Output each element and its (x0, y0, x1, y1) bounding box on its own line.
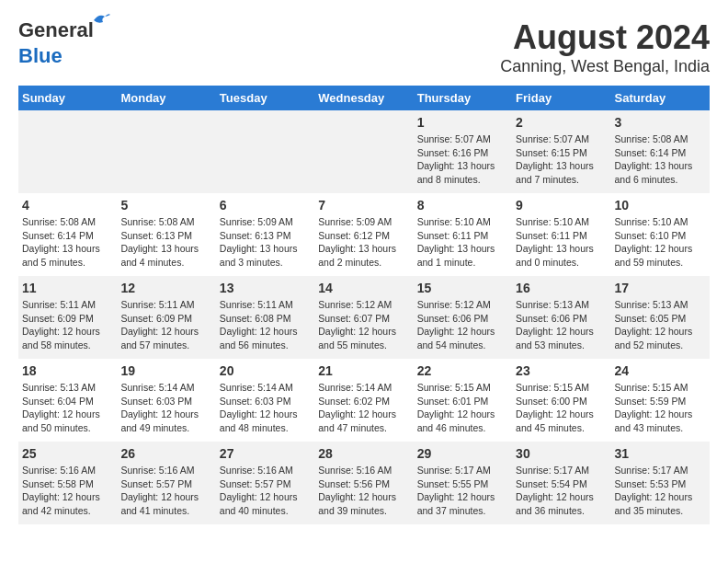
calendar-week-1: 1Sunrise: 5:07 AMSunset: 6:16 PMDaylight… (18, 110, 710, 193)
day-info: Sunrise: 5:09 AMSunset: 6:12 PMDaylight:… (318, 215, 409, 270)
day-info: Sunrise: 5:16 AMSunset: 5:56 PMDaylight:… (318, 464, 409, 518)
day-number: 1 (417, 115, 508, 130)
day-info: Sunrise: 5:10 AMSunset: 6:11 PMDaylight:… (417, 215, 508, 270)
logo: General Blue (18, 18, 94, 68)
day-info: Sunrise: 5:17 AMSunset: 5:55 PMDaylight:… (417, 464, 508, 518)
calendar-week-4: 18Sunrise: 5:13 AMSunset: 6:04 PMDayligh… (18, 359, 710, 442)
calendar-cell (216, 110, 314, 193)
day-info: Sunrise: 5:10 AMSunset: 6:10 PMDaylight:… (615, 215, 706, 270)
day-info: Sunrise: 5:17 AMSunset: 5:54 PMDaylight:… (516, 464, 607, 518)
day-info: Sunrise: 5:15 AMSunset: 6:01 PMDaylight:… (417, 381, 508, 435)
day-info: Sunrise: 5:08 AMSunset: 6:13 PMDaylight:… (120, 215, 211, 270)
calendar-week-2: 4Sunrise: 5:08 AMSunset: 6:14 PMDaylight… (18, 193, 710, 276)
calendar-cell: 30Sunrise: 5:17 AMSunset: 5:54 PMDayligh… (512, 442, 610, 524)
day-info: Sunrise: 5:16 AMSunset: 5:58 PMDaylight:… (22, 464, 113, 518)
calendar-cell: 12Sunrise: 5:11 AMSunset: 6:09 PMDayligh… (117, 276, 215, 359)
calendar-cell: 17Sunrise: 5:13 AMSunset: 6:05 PMDayligh… (611, 276, 710, 359)
day-number: 10 (615, 198, 706, 213)
day-info: Sunrise: 5:13 AMSunset: 6:04 PMDaylight:… (22, 381, 113, 435)
day-info: Sunrise: 5:12 AMSunset: 6:06 PMDaylight:… (417, 298, 508, 352)
calendar-cell: 18Sunrise: 5:13 AMSunset: 6:04 PMDayligh… (18, 359, 117, 442)
calendar-cell: 8Sunrise: 5:10 AMSunset: 6:11 PMDaylight… (414, 193, 512, 276)
day-info: Sunrise: 5:08 AMSunset: 6:14 PMDaylight:… (22, 215, 113, 270)
day-info: Sunrise: 5:13 AMSunset: 6:05 PMDaylight:… (615, 298, 706, 352)
day-number: 5 (120, 198, 211, 213)
day-number: 29 (417, 446, 508, 461)
weekday-header-thursday: Thursday (414, 86, 512, 110)
calendar-cell: 1Sunrise: 5:07 AMSunset: 6:16 PMDaylight… (414, 110, 512, 193)
day-number: 21 (318, 363, 409, 378)
calendar-cell: 28Sunrise: 5:16 AMSunset: 5:56 PMDayligh… (314, 442, 413, 524)
calendar-cell: 16Sunrise: 5:13 AMSunset: 6:06 PMDayligh… (512, 276, 610, 359)
calendar-cell: 25Sunrise: 5:16 AMSunset: 5:58 PMDayligh… (18, 442, 117, 524)
calendar-cell: 27Sunrise: 5:16 AMSunset: 5:57 PMDayligh… (216, 442, 314, 524)
day-number: 25 (22, 446, 113, 461)
day-number: 4 (22, 198, 113, 213)
day-number: 7 (318, 198, 409, 213)
day-info: Sunrise: 5:11 AMSunset: 6:09 PMDaylight:… (22, 298, 113, 352)
day-number: 11 (22, 281, 113, 295)
calendar-week-3: 11Sunrise: 5:11 AMSunset: 6:09 PMDayligh… (18, 276, 710, 359)
day-info: Sunrise: 5:10 AMSunset: 6:11 PMDaylight:… (516, 215, 607, 270)
calendar-cell: 23Sunrise: 5:15 AMSunset: 6:00 PMDayligh… (512, 359, 610, 442)
day-number: 30 (516, 446, 607, 461)
calendar-cell: 4Sunrise: 5:08 AMSunset: 6:14 PMDaylight… (18, 193, 117, 276)
page-header: General Blue August 2024 Canning, West B… (18, 18, 710, 76)
day-info: Sunrise: 5:15 AMSunset: 5:59 PMDaylight:… (615, 381, 706, 435)
calendar-cell: 20Sunrise: 5:14 AMSunset: 6:03 PMDayligh… (216, 359, 314, 442)
calendar-cell: 24Sunrise: 5:15 AMSunset: 5:59 PMDayligh… (611, 359, 710, 442)
calendar-cell: 31Sunrise: 5:17 AMSunset: 5:53 PMDayligh… (611, 442, 710, 524)
calendar-cell: 9Sunrise: 5:10 AMSunset: 6:11 PMDaylight… (512, 193, 610, 276)
day-info: Sunrise: 5:14 AMSunset: 6:03 PMDaylight:… (220, 381, 311, 435)
day-number: 12 (120, 281, 211, 295)
day-number: 26 (120, 446, 211, 461)
calendar-cell: 22Sunrise: 5:15 AMSunset: 6:01 PMDayligh… (414, 359, 512, 442)
calendar-week-5: 25Sunrise: 5:16 AMSunset: 5:58 PMDayligh… (18, 442, 710, 524)
calendar-cell: 6Sunrise: 5:09 AMSunset: 6:13 PMDaylight… (216, 193, 314, 276)
calendar-table: SundayMondayTuesdayWednesdayThursdayFrid… (18, 86, 710, 524)
day-number: 19 (120, 363, 211, 378)
weekday-header-monday: Monday (117, 86, 215, 110)
calendar-cell: 26Sunrise: 5:16 AMSunset: 5:57 PMDayligh… (117, 442, 215, 524)
day-info: Sunrise: 5:16 AMSunset: 5:57 PMDaylight:… (120, 464, 211, 518)
calendar-cell (18, 110, 117, 193)
day-info: Sunrise: 5:12 AMSunset: 6:07 PMDaylight:… (318, 298, 409, 352)
day-number: 17 (615, 281, 706, 295)
day-number: 9 (516, 198, 607, 213)
logo-general: General (18, 18, 94, 41)
logo-blue: Blue (18, 44, 63, 67)
calendar-cell (117, 110, 215, 193)
day-number: 14 (318, 281, 409, 295)
weekday-header-tuesday: Tuesday (216, 86, 314, 110)
day-info: Sunrise: 5:11 AMSunset: 6:08 PMDaylight:… (220, 298, 311, 352)
calendar-cell: 11Sunrise: 5:11 AMSunset: 6:09 PMDayligh… (18, 276, 117, 359)
day-number: 23 (516, 363, 607, 378)
day-number: 22 (417, 363, 508, 378)
day-number: 3 (615, 115, 706, 130)
day-number: 27 (220, 446, 311, 461)
day-number: 15 (417, 281, 508, 295)
calendar-cell: 7Sunrise: 5:09 AMSunset: 6:12 PMDaylight… (314, 193, 413, 276)
logo-bird-icon (92, 11, 110, 28)
day-number: 28 (318, 446, 409, 461)
weekday-header-sunday: Sunday (18, 86, 117, 110)
calendar-cell: 5Sunrise: 5:08 AMSunset: 6:13 PMDaylight… (117, 193, 215, 276)
day-info: Sunrise: 5:14 AMSunset: 6:02 PMDaylight:… (318, 381, 409, 435)
day-info: Sunrise: 5:13 AMSunset: 6:06 PMDaylight:… (516, 298, 607, 352)
day-number: 20 (220, 363, 311, 378)
day-info: Sunrise: 5:14 AMSunset: 6:03 PMDaylight:… (120, 381, 211, 435)
day-info: Sunrise: 5:08 AMSunset: 6:14 PMDaylight:… (615, 132, 706, 187)
calendar-cell: 15Sunrise: 5:12 AMSunset: 6:06 PMDayligh… (414, 276, 512, 359)
day-number: 2 (516, 115, 607, 130)
calendar-cell: 19Sunrise: 5:14 AMSunset: 6:03 PMDayligh… (117, 359, 215, 442)
weekday-header-wednesday: Wednesday (314, 86, 413, 110)
day-number: 24 (615, 363, 706, 378)
day-info: Sunrise: 5:09 AMSunset: 6:13 PMDaylight:… (220, 215, 311, 270)
calendar-cell: 13Sunrise: 5:11 AMSunset: 6:08 PMDayligh… (216, 276, 314, 359)
calendar-cell: 29Sunrise: 5:17 AMSunset: 5:55 PMDayligh… (414, 442, 512, 524)
calendar-cell: 21Sunrise: 5:14 AMSunset: 6:02 PMDayligh… (314, 359, 413, 442)
day-number: 8 (417, 198, 508, 213)
day-number: 6 (220, 198, 311, 213)
day-info: Sunrise: 5:07 AMSunset: 6:16 PMDaylight:… (417, 132, 508, 187)
day-number: 16 (516, 281, 607, 295)
